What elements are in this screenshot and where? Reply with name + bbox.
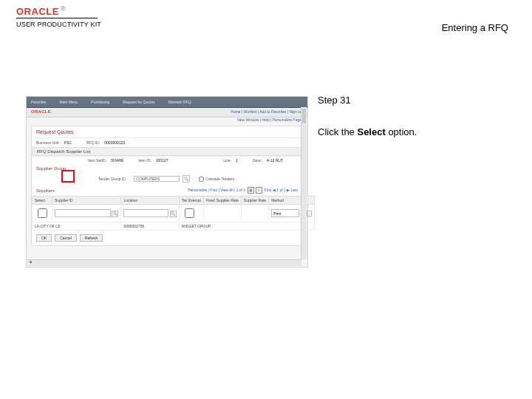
app-menubar: Favorites Main Menu Purchasing Request f… [27,97,307,108]
cascade-label: Cascade Tenders [205,177,234,181]
cascade-checkbox[interactable] [199,177,204,182]
lookup-icon[interactable]: 🔍 [112,211,118,217]
col-select[interactable]: Select [33,197,52,205]
row-del-icon[interactable]: − [307,211,312,216]
oracle-logo: ORACLE® [16,4,66,18]
app-crumb-links[interactable]: New Window | Help | Personalize Page [27,117,307,124]
col-supplier: Supplier ID [52,197,121,205]
supplier-id-input[interactable] [55,209,111,217]
rfq-label: RFQ ID: [86,140,100,145]
lookup-setid: LA CITY OF LS [33,222,121,231]
logo-divider [16,18,98,18]
tender-group-field[interactable]: COMPUTERS [134,176,180,182]
itemid-label: Item ID: [138,158,151,163]
itemset-label: Item SetID: [88,158,106,163]
lookup-icon[interactable]: 🔍 [183,175,190,183]
col-taxexempt: Tax Exempt [179,197,203,205]
grid-icon[interactable]: ▦ [248,187,254,194]
desc-value: A-12 NUT [267,158,283,163]
instruction-text: Click the Select option. [318,126,510,137]
suppliers-grid: Select Supplier ID Location Tax Exempt F… [32,196,315,231]
col-location: Location [121,197,179,205]
supplier-group-heading: Supplier Group [32,164,302,173]
select-checkbox[interactable] [38,208,47,218]
menu-item[interactable]: Maintain RFQ [168,100,191,104]
col-fixedrate: Fixed Supplier Rate [203,197,241,205]
box-title: RFQ Dispatch Supplier List [32,147,302,156]
menu-item[interactable]: Favorites [31,100,47,104]
app-screenshot: Favorites Main Menu Purchasing Request f… [26,96,308,267]
desc-label: Desc: [253,158,262,163]
table-row: 🔍 🔍 + − [33,205,315,222]
suppliers-tools[interactable]: Personalize | Find | View All | 1 of 1 [188,188,245,192]
download-icon[interactable]: ⇩ [256,187,262,194]
page-title: Entering a RFQ [442,22,508,33]
app-page-title: Request Quotes [32,126,302,138]
bu-label: Business Unit: [36,140,60,145]
menu-item[interactable]: Request for Quotes [123,100,154,104]
scrollbar-vertical[interactable] [301,107,307,259]
app-brand: ORACLE [31,109,51,114]
suppliers-nav[interactable]: First ◀ 1 of 1 ▶ Last [265,188,298,192]
cancel-button[interactable]: Cancel [55,234,77,242]
refresh-button[interactable]: Refresh [80,234,103,242]
method-select[interactable] [271,209,299,217]
bu-value: FSC [64,140,72,145]
menu-item[interactable]: Main Menu [60,100,78,104]
step-number: Step 31 [318,95,510,106]
menu-item[interactable]: Purchasing [91,100,109,104]
app-top-links[interactable]: Home | Worklist | Add to Favorites | Sig… [231,109,303,114]
upk-label: USER PRODUCTIVITY KIT [16,21,101,28]
scrollbar-horizontal[interactable]: ◀ [27,259,301,266]
lookup-name: WIDGET GROUP [179,222,314,231]
lookup-icon[interactable]: 🔍 [170,211,177,217]
taxexempt-checkbox[interactable] [185,208,194,218]
col-method: Method [269,197,315,205]
tender-group-label: Tender Group ID: [98,177,126,181]
rfq-value: 0000000123 [104,140,125,145]
ok-button[interactable]: OK [36,234,52,242]
col-rate: Supplier Rate [241,197,268,205]
line-label: Line: [223,158,231,163]
suppliers-heading: Suppliers [36,188,55,193]
lookup-id: 0000001756 [121,222,179,231]
itemid-value: 100127 [156,158,168,163]
location-input[interactable] [123,209,168,217]
table-row: LA CITY OF LS 0000001756 WIDGET GROUP [33,222,315,231]
line-value: 1 [236,158,238,163]
itemset-value: SHARE [111,158,123,163]
